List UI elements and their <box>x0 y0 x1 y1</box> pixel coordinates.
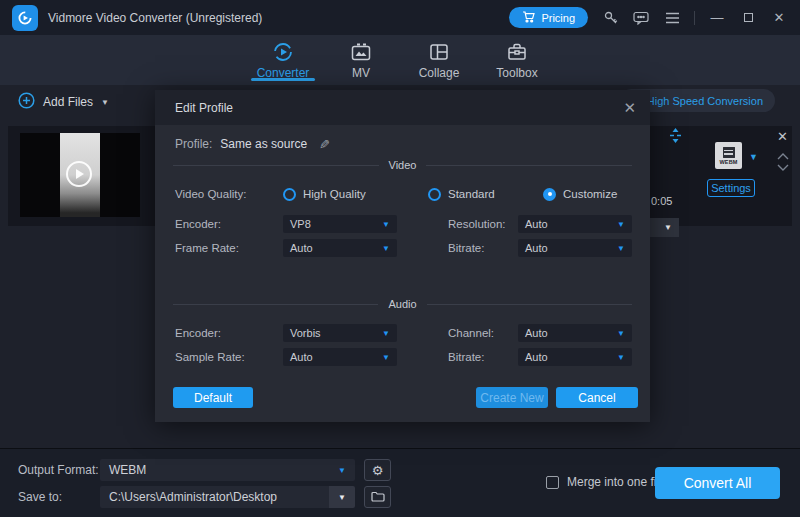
chevron-down-icon: ▼ <box>617 220 625 229</box>
titlebar: Vidmore Video Converter (Unregistered) P… <box>0 0 800 35</box>
chevron-down-icon: ▼ <box>338 466 346 475</box>
add-files-caret-icon[interactable]: ▼ <box>101 98 109 107</box>
maximize-button[interactable] <box>739 9 757 27</box>
frame-rate-value: Auto <box>290 242 382 254</box>
tab-mv[interactable]: MV <box>326 35 396 85</box>
tab-toolbox[interactable]: Toolbox <box>482 35 552 85</box>
cancel-button[interactable]: Cancel <box>556 387 638 408</box>
radio-icon <box>543 188 556 201</box>
save-to-row: Save to: C:\Users\Administrator\Desktop … <box>18 486 391 508</box>
output-format-value: WEBM <box>109 463 338 477</box>
output-format-badge[interactable]: WEBM <box>715 142 742 169</box>
save-to-value: C:\Users\Administrator\Desktop <box>109 490 320 504</box>
pricing-button[interactable]: Pricing <box>509 7 588 28</box>
gear-icon: ⚙ <box>372 463 384 478</box>
audio-bitrate-label: Bitrate: <box>448 351 518 363</box>
video-quality-label: Video Quality: <box>175 188 283 200</box>
tab-toolbox-label: Toolbox <box>496 66 537 80</box>
radio-customize[interactable]: Customize <box>543 188 617 201</box>
high-speed-conversion-label: High Speed Conversion <box>647 95 763 107</box>
audio-encoder-value: Vorbis <box>290 327 382 339</box>
resolution-dropdown[interactable]: Auto ▼ <box>518 215 632 233</box>
bottom-bar: Output Format: WEBM ▼ ⚙ Save to: C:\User… <box>0 448 800 517</box>
clip-duration: 0:05 <box>651 195 672 207</box>
format-caret-icon[interactable]: ▼ <box>749 152 758 162</box>
audio-row-2: Sample Rate: Auto ▼ Bitrate: Auto ▼ <box>155 348 650 366</box>
audio-encoder-dropdown[interactable]: Vorbis ▼ <box>283 324 397 342</box>
converter-icon <box>272 41 294 63</box>
encoder-label: Encoder: <box>175 218 283 230</box>
play-icon[interactable] <box>66 161 92 187</box>
radio-icon <box>283 188 296 201</box>
sample-rate-value: Auto <box>290 351 382 363</box>
radio-standard[interactable]: Standard <box>428 188 543 201</box>
checkbox-icon <box>546 476 559 489</box>
clip-edit-dropdown[interactable]: ▼ <box>645 218 679 237</box>
add-plus-icon <box>18 92 35 113</box>
edit-pencil-icon[interactable]: ✎ <box>319 137 330 152</box>
video-quality-row: Video Quality: High Quality Standard Cus… <box>155 186 650 202</box>
audio-encoder-label: Encoder: <box>175 327 283 339</box>
convert-all-button[interactable]: Convert All <box>655 467 780 499</box>
pricing-label: Pricing <box>541 12 575 24</box>
format-badge-label: WEBM <box>719 159 737 165</box>
channel-dropdown[interactable]: Auto ▼ <box>518 324 632 342</box>
tab-mv-label: MV <box>352 66 370 80</box>
save-to-caret[interactable]: ▼ <box>329 486 355 508</box>
add-files-button[interactable]: Add Files ▼ <box>18 90 109 114</box>
radio-label: High Quality <box>303 188 366 200</box>
compress-icon[interactable] <box>668 127 683 148</box>
chevron-down-icon: ▼ <box>382 244 390 253</box>
app-window: Vidmore Video Converter (Unregistered) P… <box>0 0 800 517</box>
default-button[interactable]: Default <box>173 387 253 408</box>
tab-collage-label: Collage <box>419 66 460 80</box>
chevron-down-icon: ▼ <box>617 244 625 253</box>
minimize-button[interactable]: — <box>708 9 726 27</box>
chevron-down-icon: ▼ <box>617 353 625 362</box>
tab-collage[interactable]: Collage <box>404 35 474 85</box>
app-logo-icon <box>12 5 38 31</box>
settings-button[interactable]: Settings <box>707 179 755 197</box>
video-encoder-dropdown[interactable]: VP8 ▼ <box>283 215 397 233</box>
menu-icon[interactable] <box>663 9 681 27</box>
output-format-dropdown[interactable]: WEBM ▼ <box>100 459 355 481</box>
radio-label: Standard <box>448 188 495 200</box>
folder-icon <box>371 490 385 505</box>
dialog-close-icon[interactable]: ✕ <box>623 100 636 115</box>
main-nav: Converter MV Collage <box>0 35 800 85</box>
output-format-row: Output Format: WEBM ▼ ⚙ <box>18 459 391 481</box>
radio-label: Customize <box>563 188 617 200</box>
audio-bitrate-value: Auto <box>525 351 617 363</box>
radio-high-quality[interactable]: High Quality <box>283 188 428 201</box>
remove-file-icon[interactable]: ✕ <box>777 129 788 144</box>
save-to-dropdown[interactable]: C:\Users\Administrator\Desktop ▼ <box>100 486 355 508</box>
feedback-icon[interactable] <box>632 9 650 27</box>
dialog-footer: Default Create New Cancel <box>173 387 638 408</box>
merge-into-one-file-checkbox[interactable]: Merge into one file <box>546 475 666 489</box>
resolution-value: Auto <box>525 218 617 230</box>
audio-bitrate-dropdown[interactable]: Auto ▼ <box>518 348 632 366</box>
frame-rate-dropdown[interactable]: Auto ▼ <box>283 239 397 257</box>
video-bitrate-dropdown[interactable]: Auto ▼ <box>518 239 632 257</box>
audio-section-divider: Audio <box>155 297 650 311</box>
sample-rate-label: Sample Rate: <box>175 351 283 363</box>
channel-label: Channel: <box>448 327 518 339</box>
sample-rate-dropdown[interactable]: Auto ▼ <box>283 348 397 366</box>
titlebar-controls: Pricing — ✕ <box>509 7 788 28</box>
video-row-1: Encoder: VP8 ▼ Resolution: Auto ▼ <box>155 215 650 233</box>
output-format-label: Output Format: <box>18 463 100 477</box>
tab-converter-label: Converter <box>257 66 310 80</box>
edit-profile-dialog: Edit Profile ✕ Profile: Same as source ✎… <box>155 90 650 422</box>
register-key-icon[interactable] <box>601 9 619 27</box>
cart-icon <box>522 11 535 25</box>
chevron-down-reorder-icon[interactable] <box>777 157 789 175</box>
format-settings-button[interactable]: ⚙ <box>364 459 391 481</box>
tab-converter[interactable]: Converter <box>248 35 318 85</box>
open-folder-button[interactable] <box>364 486 391 508</box>
close-button[interactable]: ✕ <box>770 9 788 27</box>
chevron-down-icon: ▼ <box>382 220 390 229</box>
save-to-label: Save to: <box>18 490 100 504</box>
video-row-2: Frame Rate: Auto ▼ Bitrate: Auto ▼ <box>155 239 650 257</box>
filmstrip-icon <box>723 147 735 158</box>
create-new-button[interactable]: Create New <box>476 387 548 408</box>
